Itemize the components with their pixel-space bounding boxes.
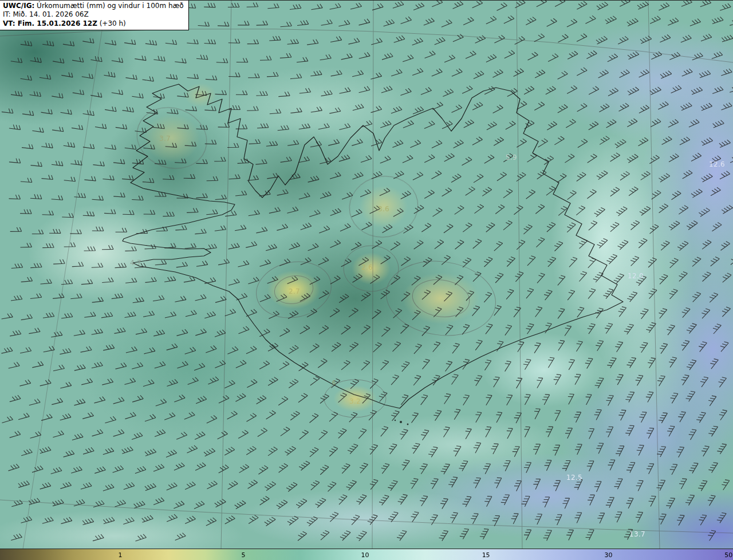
value-label: 13.7 [629, 530, 645, 538]
valid-time-line: VT: Fim. 15.01.2026 12Z (+30 h) [3, 19, 184, 28]
colorbar-tick: 1 [118, 551, 122, 559]
colorbar-tick: 30 [604, 551, 612, 559]
value-label: 3.2 [349, 397, 361, 405]
value-label: 12.0 [628, 272, 644, 280]
colorbar-tick: 10 [361, 551, 369, 559]
map-title-box: UWC/IG: Úrkomumætti (mm) og vindur i 100… [0, 1, 189, 30]
value-label: 2.7 [289, 287, 300, 295]
value-label: 12.6 [709, 160, 725, 168]
value-label: 6 [332, 380, 336, 386]
init-time-line: IT: Mið. 14. 01. 2026 06Z [3, 10, 184, 19]
colorbar: 1510153050 [0, 549, 733, 560]
weather-map: 3.75.912.63.64.72.72.612.063.212.513.7 U… [0, 0, 733, 560]
value-labels-layer: 3.75.912.63.64.72.72.612.063.212.513.7 [0, 1, 733, 549]
title-text: Úrkomumætti (mm) og vindur i 100m hæð [34, 2, 183, 10]
title-line: UWC/IG: Úrkomumætti (mm) og vindur i 100… [3, 2, 184, 10]
value-label: 4.7 [130, 259, 141, 267]
colorbar-tick: 15 [482, 551, 490, 559]
value-label: 5.9 [506, 153, 517, 161]
colorbar-tick: 5 [241, 551, 245, 559]
value-label: 2.6 [361, 263, 373, 271]
value-label: 3.7 [159, 135, 171, 143]
valid-time: VT: Fim. 15.01.2026 12Z [3, 19, 97, 27]
value-label: 12.5 [566, 474, 582, 482]
model-id: UWC/IG: [3, 2, 34, 10]
value-label: 3.6 [378, 205, 389, 213]
colorbar-tick: 50 [724, 551, 732, 559]
lead-time: (+30 h) [97, 19, 126, 27]
colorbar-ticks: 1510153050 [0, 549, 733, 560]
